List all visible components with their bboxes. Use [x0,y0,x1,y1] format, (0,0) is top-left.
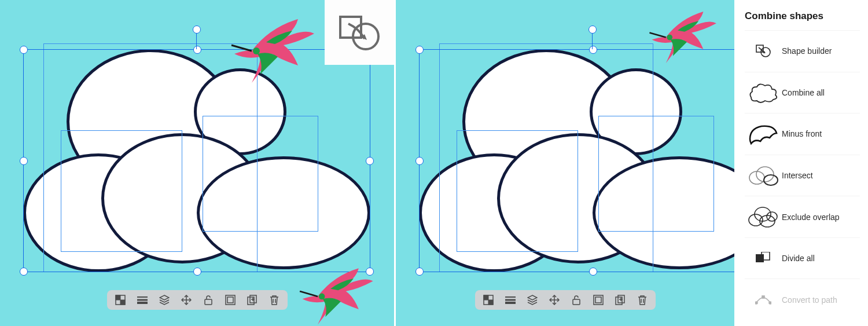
svg-rect-32 [573,299,580,305]
panel-item-minus-front[interactable]: Minus front [745,113,860,155]
svg-rect-55 [762,296,764,298]
hummingbird-art [292,261,379,326]
panel-item-label: Intersect [782,171,813,180]
move-icon[interactable] [548,294,561,306]
svg-rect-24 [484,295,488,300]
panel-title: Combine shapes [745,10,860,22]
svg-rect-52 [762,254,764,260]
svg-point-22 [667,35,672,41]
combine-all-icon [745,81,782,104]
svg-rect-6 [120,300,125,305]
layers-icon[interactable] [158,294,171,306]
panel-item-convert-to-path: Convert to path [745,279,860,320]
canvas-left[interactable] [0,0,394,326]
canvas-right[interactable] [396,0,734,326]
rotation-handle[interactable] [589,25,597,34]
svg-point-0 [253,47,260,54]
combine-shapes-panel: Combine shapes Shape builder Combine all… [734,0,868,326]
contextual-toolbar [475,290,656,310]
panel-item-label: Divide all [782,254,815,263]
group-icon[interactable] [224,294,237,306]
transparency-icon[interactable] [114,294,127,306]
svg-rect-5 [116,295,120,300]
panel-item-label: Shape builder [782,46,832,56]
rotation-stem [196,32,197,49]
exclude-overlap-icon [745,205,782,229]
panel-item-label: Exclude overlap [782,213,840,222]
contextual-toolbar [107,290,288,310]
panel-item-label: Convert to path [782,295,837,305]
svg-rect-34 [595,297,601,303]
ellipse-shape[interactable] [197,156,370,269]
rotation-handle[interactable] [193,25,201,34]
svg-point-54 [769,302,771,304]
delete-icon[interactable] [636,294,649,306]
svg-rect-15 [227,297,233,303]
shape-builder-callout [325,0,394,65]
svg-point-44 [756,167,774,182]
duplicate-icon[interactable] [614,294,627,306]
rotation-stem [592,32,593,49]
svg-point-53 [755,302,757,304]
svg-marker-29 [528,295,537,300]
shape-builder-icon [337,13,382,52]
convert-to-path-icon [745,295,782,305]
panel-item-shape-builder[interactable]: Shape builder [745,30,860,72]
duplicate-icon[interactable] [246,294,259,306]
delete-icon[interactable] [268,294,281,306]
svg-marker-10 [160,295,169,300]
minus-front-icon [745,122,782,146]
panel-item-label: Minus front [782,129,822,138]
panel-item-combine-all[interactable]: Combine all [745,72,860,113]
panel-item-label: Combine all [782,88,825,97]
stroke-icon[interactable] [136,294,149,306]
panel-item-intersect[interactable]: Intersect [745,155,860,196]
hummingbird-art [639,5,726,65]
divide-all-icon [745,252,782,265]
group-icon[interactable] [592,294,605,306]
panel-item-exclude-overlap[interactable]: Exclude overlap [745,196,860,237]
panel-item-divide-all[interactable]: Divide all [745,237,860,279]
unlock-icon[interactable] [570,294,583,306]
shape-builder-icon [745,44,782,58]
unlock-icon[interactable] [202,294,215,306]
svg-rect-13 [205,299,212,305]
stroke-icon[interactable] [504,294,517,306]
move-icon[interactable] [180,294,193,306]
svg-rect-25 [488,300,493,305]
svg-point-1 [319,294,325,300]
layers-icon[interactable] [526,294,539,306]
intersect-icon [745,164,782,187]
transparency-icon[interactable] [482,294,495,306]
